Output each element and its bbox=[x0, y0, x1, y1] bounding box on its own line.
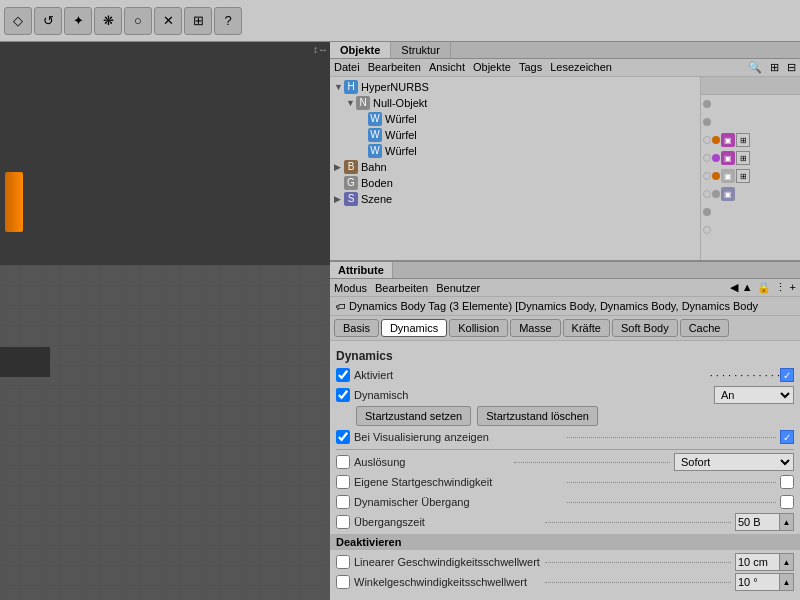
visualisierung-checkbox[interactable] bbox=[336, 430, 350, 444]
subtab-softbody[interactable]: Soft Body bbox=[612, 319, 678, 337]
tree-item-szene[interactable]: ▶ S Szene bbox=[332, 191, 698, 207]
row-icons-w2: ▣ ⊞ bbox=[701, 149, 800, 167]
attr-plus-icon[interactable]: + bbox=[790, 281, 796, 294]
objects-tabs: Objekte Struktur bbox=[330, 42, 800, 59]
aktiviert-checkbox[interactable] bbox=[336, 368, 350, 382]
row-icons-hypernurbs bbox=[701, 95, 800, 113]
tab-struktur[interactable]: Struktur bbox=[391, 42, 451, 58]
objects-list: ▼ H HyperNURBS ▼ N Null-Objekt bbox=[330, 77, 800, 260]
toolbar-btn-2[interactable]: ↺ bbox=[34, 7, 62, 35]
eigene-start-checkbox[interactable] bbox=[336, 475, 350, 489]
uebergangszeit-checkbox[interactable] bbox=[336, 515, 350, 529]
linear-checkbox[interactable] bbox=[336, 555, 350, 569]
wuerfel3-icon: W bbox=[368, 144, 382, 158]
uebergangszeit-input[interactable] bbox=[735, 513, 780, 531]
tree-item-wuerfel-2[interactable]: W Würfel bbox=[332, 127, 698, 143]
visualisierung-check[interactable]: ✓ bbox=[780, 430, 794, 444]
toolbar-btn-8[interactable]: ? bbox=[214, 7, 242, 35]
dynamisch-label: Dynamisch bbox=[354, 389, 714, 401]
aus-dots bbox=[514, 462, 670, 463]
linear-label: Linearer Geschwindigkeitsschwellwert bbox=[354, 556, 541, 568]
subtab-kraefte[interactable]: Kräfte bbox=[563, 319, 610, 337]
null-label: Null-Objekt bbox=[373, 97, 427, 109]
toolbar-btn-3[interactable]: ✦ bbox=[64, 7, 92, 35]
search-icon[interactable]: 🔍 bbox=[748, 61, 762, 74]
dot-boden bbox=[703, 208, 711, 216]
linear-spinner-btn[interactable]: ▲ bbox=[780, 553, 794, 571]
dot-szene bbox=[703, 226, 711, 234]
eigene-start-check[interactable] bbox=[780, 475, 794, 489]
attr-nav-left[interactable]: ◀ bbox=[730, 281, 738, 294]
mini-icon-w1: ▣ bbox=[721, 133, 735, 147]
winkel-checkbox[interactable] bbox=[336, 575, 350, 589]
viewport-top bbox=[0, 42, 330, 265]
subtab-cache[interactable]: Cache bbox=[680, 319, 730, 337]
tab-attribute[interactable]: Attribute bbox=[330, 262, 393, 278]
lin-dots bbox=[545, 562, 732, 563]
winkel-spinner-btn[interactable]: ▲ bbox=[780, 573, 794, 591]
attr-dots-icon[interactable]: ⋮ bbox=[775, 281, 786, 294]
startzustand-setzen-btn[interactable]: Startzustand setzen bbox=[356, 406, 471, 426]
es-dots bbox=[567, 482, 776, 483]
menu-datei[interactable]: Datei bbox=[334, 61, 360, 74]
aktiviert-check-blue[interactable]: ✓ bbox=[780, 368, 794, 382]
prop-linear: Linearer Geschwindigkeitsschwellwert ▲ bbox=[336, 553, 794, 571]
dark-object bbox=[0, 347, 50, 377]
startzustand-loeschen-btn[interactable]: Startzustand löschen bbox=[477, 406, 598, 426]
dynamisch-dropdown[interactable]: An bbox=[714, 386, 794, 404]
menu-lesezeichen[interactable]: Lesezeichen bbox=[550, 61, 612, 74]
subtab-masse[interactable]: Masse bbox=[510, 319, 560, 337]
tree-item-bahn[interactable]: ▶ B Bahn bbox=[332, 159, 698, 175]
col-header bbox=[701, 77, 800, 95]
attr-menu-modus[interactable]: Modus bbox=[334, 282, 367, 294]
row-icons-w1: ▣ ⊞ bbox=[701, 131, 800, 149]
attr-menu-benutzer[interactable]: Benutzer bbox=[436, 282, 480, 294]
prop-aktiviert: Aktiviert · · · · · · · · · · · · ✓ bbox=[336, 366, 794, 384]
dynamischer-check[interactable] bbox=[780, 495, 794, 509]
subtab-kollision[interactable]: Kollision bbox=[449, 319, 508, 337]
linear-input[interactable] bbox=[735, 553, 780, 571]
menu-bearbeiten[interactable]: Bearbeiten bbox=[368, 61, 421, 74]
prop-dynamischer: Dynamischer Übergang bbox=[336, 493, 794, 511]
tree-item-null[interactable]: ▼ N Null-Objekt bbox=[332, 95, 698, 111]
menu-objekte[interactable]: Objekte bbox=[473, 61, 511, 74]
szene-icon: S bbox=[344, 192, 358, 206]
menu-ansicht[interactable]: Ansicht bbox=[429, 61, 465, 74]
toolbar-btn-6[interactable]: ✕ bbox=[154, 7, 182, 35]
toolbar-btn-5[interactable]: ○ bbox=[124, 7, 152, 35]
tree-item-boden[interactable]: G Boden bbox=[332, 175, 698, 191]
uebergangszeit-spinner: ▲ bbox=[735, 513, 794, 531]
toolbar-btn-4[interactable]: ❋ bbox=[94, 7, 122, 35]
subtab-dynamics[interactable]: Dynamics bbox=[381, 319, 447, 337]
winkel-input[interactable] bbox=[735, 573, 780, 591]
toolbar-btn-7[interactable]: ⊞ bbox=[184, 7, 212, 35]
tab-objekte[interactable]: Objekte bbox=[330, 42, 391, 58]
tree-item-hypernurbs[interactable]: ▼ H HyperNURBS bbox=[332, 79, 698, 95]
nav-icon-1[interactable]: ⊞ bbox=[770, 61, 779, 74]
dot-gray-bahn bbox=[712, 190, 720, 198]
attr-panel: Attribute Modus Bearbeiten Benutzer ◀ ▲ … bbox=[330, 262, 800, 600]
tree-item-wuerfel-1[interactable]: W Würfel bbox=[332, 111, 698, 127]
toolbar-btn-1[interactable]: ◇ bbox=[4, 7, 32, 35]
menu-tags[interactable]: Tags bbox=[519, 61, 542, 74]
subtab-basis[interactable]: Basis bbox=[334, 319, 379, 337]
attr-menubar: Modus Bearbeiten Benutzer ◀ ▲ 🔒 ⋮ + bbox=[330, 279, 800, 297]
nav-icon-2[interactable]: ⊟ bbox=[787, 61, 796, 74]
ug-dots bbox=[545, 522, 732, 523]
spinner-up[interactable]: ▲ bbox=[780, 513, 794, 531]
tag-icon-w2: ⊞ bbox=[736, 151, 750, 165]
dot-w1 bbox=[703, 136, 711, 144]
attr-nav-up[interactable]: ▲ bbox=[742, 281, 753, 294]
ausloesung-checkbox[interactable] bbox=[336, 455, 350, 469]
attr-lock-icon[interactable]: 🔒 bbox=[757, 281, 771, 294]
ausloesung-dropdown[interactable]: Sofort bbox=[674, 453, 794, 471]
dynamisch-checkbox[interactable] bbox=[336, 388, 350, 402]
winkel-label: Winkelgeschwindigkeitsschwellwert bbox=[354, 576, 541, 588]
tree-item-wuerfel-3[interactable]: W Würfel bbox=[332, 143, 698, 159]
aktiviert-label: Aktiviert bbox=[354, 369, 706, 381]
objects-menubar: Datei Bearbeiten Ansicht Objekte Tags Le… bbox=[330, 59, 800, 77]
win-dots bbox=[545, 582, 732, 583]
objects-cols: ▣ ⊞ ▣ ⊞ ▣ ⊞ bbox=[700, 77, 800, 260]
attr-menu-bearbeiten[interactable]: Bearbeiten bbox=[375, 282, 428, 294]
dynamischer-checkbox[interactable] bbox=[336, 495, 350, 509]
